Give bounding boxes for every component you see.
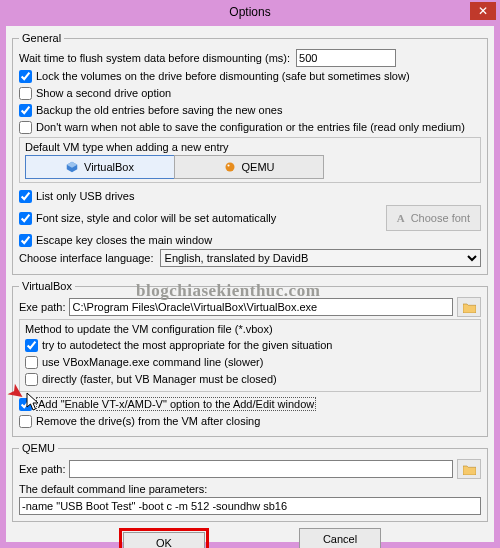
svg-point-2 [225, 163, 234, 172]
wait-time-label: Wait time to flush system data before di… [19, 52, 290, 64]
font-auto-label: Font size, style and color will be set a… [36, 212, 276, 224]
nowarn-label: Don't warn when not able to save the con… [36, 121, 465, 133]
escape-checkbox[interactable] [19, 234, 32, 247]
choose-font-button[interactable]: A Choose font [386, 205, 481, 231]
enable-vtx-label: Add "Enable VT-x/AMD-V" option to the Ad… [36, 397, 316, 411]
general-legend: General [19, 32, 64, 44]
default-vm-type-group: Default VM type when adding a new entry … [19, 137, 481, 183]
list-usb-checkbox[interactable] [19, 190, 32, 203]
escape-label: Escape key closes the main window [36, 234, 212, 246]
window-title: Options [229, 5, 270, 19]
vbox-method-label: Method to update the VM configuration fi… [25, 323, 475, 335]
qemu-group: QEMU Exe path: The default command line … [12, 442, 488, 522]
remove-drive-checkbox[interactable] [19, 415, 32, 428]
qemu-exepath-input[interactable] [69, 460, 453, 478]
titlebar: Options ✕ [0, 0, 500, 24]
qemu-legend: QEMU [19, 442, 58, 454]
close-button[interactable]: ✕ [470, 2, 496, 20]
close-icon: ✕ [478, 4, 488, 18]
second-drive-label: Show a second drive option [36, 87, 171, 99]
default-vm-type-label: Default VM type when adding a new entry [25, 141, 475, 153]
autodetect-label: try to autodetect the most appropriate f… [42, 339, 332, 351]
cancel-button[interactable]: Cancel [299, 528, 381, 548]
qemu-icon [224, 161, 236, 173]
vbox-exepath-input[interactable] [69, 298, 453, 316]
default-vm-virtualbox-label: VirtualBox [84, 161, 134, 173]
default-vm-qemu-button[interactable]: QEMU [174, 155, 324, 179]
second-drive-checkbox[interactable] [19, 87, 32, 100]
virtualbox-icon [66, 161, 78, 173]
default-vm-qemu-label: QEMU [242, 161, 275, 173]
qemu-exepath-label: Exe path: [19, 463, 65, 475]
language-select[interactable]: English, translated by DavidB [160, 249, 481, 267]
folder-icon [463, 302, 476, 313]
virtualbox-group: VirtualBox Exe path: Method to update th… [12, 280, 488, 437]
vboxmanage-checkbox[interactable] [25, 356, 38, 369]
backup-label: Backup the old entries before saving the… [36, 104, 282, 116]
font-auto-checkbox[interactable] [19, 212, 32, 225]
lock-volumes-checkbox[interactable] [19, 70, 32, 83]
qemu-browse-button[interactable] [457, 459, 481, 479]
vbox-browse-button[interactable] [457, 297, 481, 317]
enable-vtx-checkbox[interactable] [19, 398, 32, 411]
directly-checkbox[interactable] [25, 373, 38, 386]
qemu-cmdline-input[interactable] [19, 497, 481, 515]
backup-checkbox[interactable] [19, 104, 32, 117]
vboxmanage-label: use VBoxManage.exe command line (slower) [42, 356, 263, 368]
language-label: Choose interface language: [19, 252, 154, 264]
list-usb-label: List only USB drives [36, 190, 134, 202]
virtualbox-legend: VirtualBox [19, 280, 75, 292]
general-group: General Wait time to flush system data b… [12, 32, 488, 275]
ok-highlight: OK [119, 528, 209, 548]
svg-point-3 [227, 164, 229, 166]
autodetect-checkbox[interactable] [25, 339, 38, 352]
ok-button[interactable]: OK [123, 532, 205, 548]
qemu-cmdline-label: The default command line parameters: [19, 483, 481, 495]
vbox-method-group: Method to update the VM configuration fi… [19, 319, 481, 392]
nowarn-checkbox[interactable] [19, 121, 32, 134]
folder-icon [463, 464, 476, 475]
choose-font-label: Choose font [411, 212, 470, 224]
wait-time-input[interactable] [296, 49, 396, 67]
options-window: Options ✕ General Wait time to flush sys… [0, 0, 500, 548]
lock-volumes-label: Lock the volumes on the drive before dis… [36, 70, 410, 82]
vbox-exepath-label: Exe path: [19, 301, 65, 313]
client-area: General Wait time to flush system data b… [6, 26, 494, 542]
default-vm-virtualbox-button[interactable]: VirtualBox [25, 155, 175, 179]
directly-label: directly (faster, but VB Manager must be… [42, 373, 277, 385]
remove-drive-label: Remove the drive(s) from the VM after cl… [36, 415, 260, 427]
font-icon: A [397, 212, 405, 224]
